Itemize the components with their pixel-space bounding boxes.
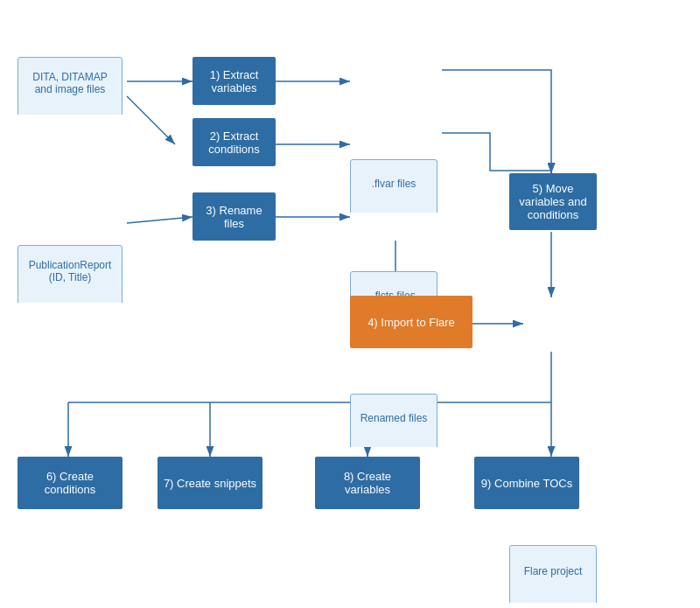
svg-line-2 [127,96,175,144]
step2-label: 2) Extract conditions [198,129,270,156]
step9-label: 9) Combine TOCs [481,477,572,490]
step4-box: 4) Import to Flare [350,296,472,348]
step5-box: 5) Move variables and conditions [509,173,597,230]
input-dita-label: DITA, DITAMAP and image files [24,71,116,95]
input-dita: DITA, DITAMAP and image files [18,57,122,109]
step5-label: 5) Move variables and conditions [514,182,592,221]
step9-box: 9) Combine TOCs [474,457,579,509]
input-publication-label: PublicationReport (ID, Title) [24,259,116,283]
step8-box: 8) Create variables [315,457,420,509]
step1-label: 1) Extract variables [198,68,270,94]
out1-label: .flvar files [372,178,416,190]
out3-box: Renamed files [350,394,438,442]
svg-line-3 [127,217,192,223]
step2-box: 2) Extract conditions [192,118,276,166]
step3-box: 3) Rename files [192,192,276,241]
step1-box: 1) Extract variables [192,57,276,105]
step3-label: 3) Rename files [198,204,270,230]
step7-box: 7) Create snippets [158,457,262,509]
diagram: DITA, DITAMAP and image files Publicatio… [0,0,700,608]
out4-label: Flare project [524,565,583,577]
out4-box: Flare project [509,545,597,598]
step8-label: 8) Create variables [320,470,415,496]
step7-label: 7) Create snippets [164,477,256,490]
out1-box: .flvar files [350,159,438,207]
step6-box: 6) Create conditions [18,457,122,509]
input-publication: PublicationReport (ID, Title) [18,245,122,297]
step4-label: 4) Import to Flare [368,316,455,329]
step6-label: 6) Create conditions [23,470,117,496]
out3-label: Renamed files [360,412,428,424]
